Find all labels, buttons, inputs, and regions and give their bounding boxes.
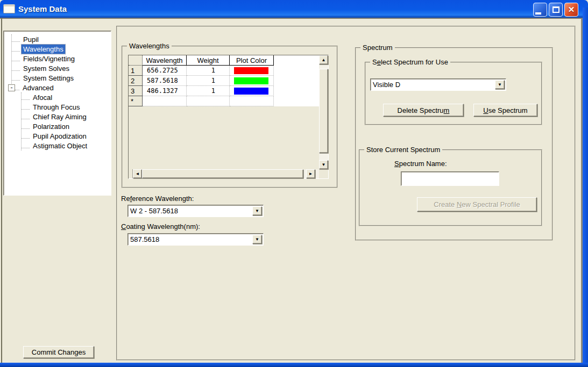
spectrum-name-label: Spectrum Name: bbox=[394, 160, 447, 168]
window-border-right bbox=[583, 8, 588, 367]
wavelengths-table: Wavelength Weight Plot Color 1 656.2725 … bbox=[128, 55, 329, 179]
commit-changes-button[interactable]: Commit Changes bbox=[23, 346, 94, 358]
wavelength-cell[interactable]: 656.2725 bbox=[143, 66, 187, 76]
row-header[interactable]: 3 bbox=[129, 86, 143, 96]
color-swatch[interactable] bbox=[234, 77, 268, 84]
store-spectrum-group: Store Current Spectrum Spectrum Name: Cr… bbox=[359, 149, 542, 226]
spectrum-select-value: Visible D bbox=[371, 79, 506, 90]
weight-cell[interactable] bbox=[187, 96, 230, 106]
minimize-button[interactable] bbox=[533, 3, 547, 17]
scroll-left-icon: ◄ bbox=[136, 172, 140, 176]
tree-item-polarization[interactable]: Polarization bbox=[21, 121, 111, 131]
combo-dropdown-button[interactable]: ▼ bbox=[495, 80, 505, 89]
store-spectrum-group-title: Store Current Spectrum bbox=[364, 146, 442, 154]
table-row: 3 486.1327 1 bbox=[129, 86, 274, 96]
table-horizontal-scrollbar[interactable]: ◄ ► bbox=[129, 169, 319, 178]
column-header-weight: Weight bbox=[187, 55, 230, 66]
spectrum-select-combo[interactable]: Visible D ▼ bbox=[370, 78, 506, 91]
plot-color-cell[interactable] bbox=[230, 66, 274, 76]
wavelength-cell[interactable] bbox=[143, 96, 187, 106]
color-swatch[interactable] bbox=[234, 67, 268, 74]
table-row: 1 656.2725 1 bbox=[129, 66, 274, 76]
vertical-scroll-thumb[interactable] bbox=[319, 69, 328, 153]
table-corner-cell bbox=[129, 55, 143, 66]
wavelength-cell[interactable]: 587.5618 bbox=[143, 76, 187, 86]
spectrum-group-title: Spectrum bbox=[360, 44, 395, 52]
spectrum-name-input[interactable] bbox=[401, 171, 499, 186]
delete-spectrum-button[interactable]: Delete Spectrum bbox=[383, 104, 464, 117]
maximize-icon bbox=[552, 6, 559, 13]
select-spectrum-group-title: Select Spectrum for Use bbox=[370, 58, 450, 66]
scroll-right-icon: ► bbox=[309, 172, 313, 176]
titlebar[interactable]: System Data ✕ bbox=[0, 0, 588, 18]
window-title: System Data bbox=[18, 4, 67, 13]
tree-item-fields-vignetting[interactable]: Fields/Vignetting bbox=[11, 54, 111, 63]
window-border-bottom bbox=[0, 363, 588, 367]
tree-item-chief-ray-aiming[interactable]: Chief Ray Aiming bbox=[21, 112, 111, 121]
tree-item-afocal[interactable]: Afocal bbox=[21, 92, 111, 102]
close-button[interactable]: ✕ bbox=[564, 3, 578, 17]
reference-wavelength-combo[interactable]: W 2 - 587.5618 ▼ bbox=[127, 205, 264, 217]
plot-color-cell[interactable] bbox=[230, 96, 274, 106]
tree-collapse-icon[interactable]: - bbox=[8, 84, 15, 91]
column-header-wavelength: Wavelength bbox=[143, 55, 187, 66]
row-header[interactable]: 1 bbox=[129, 66, 143, 76]
close-icon: ✕ bbox=[568, 5, 575, 15]
color-swatch[interactable] bbox=[234, 88, 268, 95]
maximize-button[interactable] bbox=[549, 3, 563, 17]
tree-item-pupil[interactable]: Pupil bbox=[11, 34, 111, 44]
tree-item-through-focus[interactable]: Through Focus bbox=[21, 102, 111, 112]
plot-color-cell[interactable] bbox=[230, 86, 274, 96]
table-row: 2 587.5618 1 bbox=[129, 76, 274, 86]
scroll-down-button[interactable]: ▼ bbox=[319, 160, 328, 169]
tree-item-astigmatic-object[interactable]: Astigmatic Object bbox=[21, 141, 111, 150]
reference-wavelength-value: W 2 - 587.5618 bbox=[128, 205, 263, 217]
wavelength-cell[interactable]: 486.1327 bbox=[143, 86, 187, 96]
spectrum-group: Spectrum Select Spectrum for Use Visible… bbox=[355, 47, 553, 241]
coating-wavelength-value: 587.5618 bbox=[128, 234, 263, 245]
column-header-plot-color: Plot Color bbox=[230, 55, 274, 66]
system-data-window: System Data ✕ Pupil Wavelengths bbox=[0, 0, 588, 367]
scroll-left-button[interactable]: ◄ bbox=[133, 169, 142, 178]
tree-item-pupil-apodization[interactable]: Pupil Apodization bbox=[21, 131, 111, 141]
table-row-new: * bbox=[129, 96, 274, 106]
titlebar-divider bbox=[0, 18, 588, 19]
scroll-up-icon: ▲ bbox=[322, 58, 326, 62]
row-header[interactable]: * bbox=[129, 96, 143, 106]
window-icon bbox=[3, 4, 15, 13]
scroll-down-icon: ▼ bbox=[322, 163, 326, 167]
use-spectrum-button[interactable]: Use Spectrum bbox=[473, 104, 537, 117]
select-spectrum-group: Select Spectrum for Use Visible D ▼ Dele… bbox=[365, 62, 542, 125]
weight-cell[interactable]: 1 bbox=[187, 66, 230, 76]
tree-item-wavelengths[interactable]: Wavelengths bbox=[11, 44, 111, 54]
chevron-down-icon: ▼ bbox=[255, 209, 259, 213]
reference-wavelength-label: Reference Wavelength: bbox=[121, 195, 194, 203]
combo-dropdown-button[interactable]: ▼ bbox=[252, 206, 262, 215]
plot-color-cell[interactable] bbox=[230, 76, 274, 86]
navigation-tree: Pupil Wavelengths Fields/Vignetting Syst… bbox=[3, 31, 111, 196]
scrollbar-gutter bbox=[129, 169, 133, 178]
weight-cell[interactable]: 1 bbox=[187, 86, 230, 96]
table-vertical-scrollbar[interactable]: ▲ ▼ bbox=[319, 55, 328, 169]
horizontal-scroll-thumb[interactable] bbox=[142, 169, 303, 178]
tree-item-system-solves[interactable]: System Solves bbox=[11, 63, 111, 73]
minimize-icon bbox=[535, 12, 541, 15]
coating-wavelength-combo[interactable]: 587.5618 ▼ bbox=[127, 233, 264, 246]
scroll-right-button[interactable]: ► bbox=[306, 169, 315, 178]
create-spectral-profile-button[interactable]: Create New Spectral Profile bbox=[417, 197, 537, 212]
weight-cell[interactable]: 1 bbox=[187, 76, 230, 86]
window-border-left bbox=[1, 18, 2, 363]
wavelengths-group-title: Wavelengths bbox=[127, 42, 172, 50]
row-header[interactable]: 2 bbox=[129, 76, 143, 86]
tree-item-advanced[interactable]: - Advanced bbox=[8, 83, 111, 92]
chevron-down-icon: ▼ bbox=[498, 83, 502, 87]
tree-item-system-settings[interactable]: System Settings bbox=[11, 73, 111, 83]
chevron-down-icon: ▼ bbox=[255, 238, 259, 242]
scroll-up-button[interactable]: ▲ bbox=[319, 55, 328, 64]
coating-wavelength-label: Coating Wavelength(nm): bbox=[121, 222, 200, 231]
combo-dropdown-button[interactable]: ▼ bbox=[252, 235, 262, 244]
